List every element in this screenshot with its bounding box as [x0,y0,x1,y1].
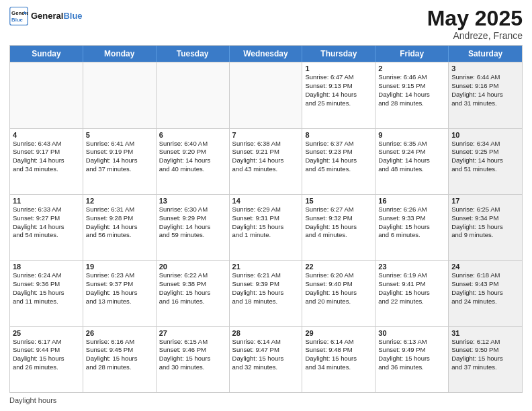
cell-line: Sunset: 9:25 PM [451,148,519,156]
cell-line: Daylight: 14 hours [13,156,80,165]
calendar-body: 1Sunrise: 6:47 AMSunset: 9:13 PMDaylight… [10,62,522,392]
cell-line: and 30 minutes. [159,363,226,372]
weekday-header-tuesday: Tuesday [157,46,230,62]
calendar-cell: 27Sunrise: 6:15 AMSunset: 9:46 PMDayligh… [157,327,230,392]
cell-line: Sunrise: 6:12 AM [451,338,519,347]
cell-line: Daylight: 15 hours [232,223,300,232]
cell-line: Daylight: 15 hours [305,223,372,232]
header: General Blue GeneralBlue May 2025 Andrez… [9,7,523,41]
calendar-cell: 18Sunrise: 6:24 AMSunset: 9:36 PMDayligh… [10,261,83,326]
calendar-cell [230,62,303,128]
cell-line: and 36 minutes. [378,363,445,372]
cell-line: Daylight: 15 hours [378,223,445,232]
day-number: 24 [451,263,519,271]
cell-line: Sunrise: 6:31 AM [86,205,153,214]
cell-line: and 34 minutes. [305,363,372,372]
cell-line: and 9 minutes. [451,231,519,240]
day-number: 4 [13,131,80,139]
day-number: 6 [159,131,226,139]
day-number: 7 [232,131,300,139]
cell-line: Sunset: 9:23 PM [305,148,372,156]
cell-line: and 16 minutes. [159,298,226,306]
cell-line: Sunset: 9:34 PM [451,214,519,223]
month-title: May 2025 [427,7,523,30]
cell-line: Sunrise: 6:19 AM [378,271,445,280]
calendar-cell: 17Sunrise: 6:25 AMSunset: 9:34 PMDayligh… [449,195,522,260]
calendar-cell: 2Sunrise: 6:46 AMSunset: 9:15 PMDaylight… [375,62,449,128]
cell-line: and 32 minutes. [232,363,300,372]
cell-line: and 18 minutes. [232,298,300,306]
cell-line: and 25 minutes. [305,99,372,108]
calendar-cell: 16Sunrise: 6:26 AMSunset: 9:33 PMDayligh… [375,195,449,260]
cell-line: Sunset: 9:32 PM [305,214,372,223]
cell-line: Sunrise: 6:22 AM [159,271,226,280]
cell-line: Daylight: 14 hours [451,156,519,165]
cell-line: Sunset: 9:47 PM [232,346,300,355]
calendar-cell: 10Sunrise: 6:34 AMSunset: 9:25 PMDayligh… [449,129,522,194]
calendar-cell [157,62,230,128]
cell-line: Sunrise: 6:47 AM [305,73,372,82]
day-number: 13 [159,197,226,205]
day-number: 23 [378,263,445,271]
svg-text:Blue: Blue [11,17,24,23]
calendar-cell: 19Sunrise: 6:23 AMSunset: 9:37 PMDayligh… [83,261,157,326]
cell-line: Sunrise: 6:38 AM [232,140,300,148]
cell-line: and 24 minutes. [451,298,519,306]
cell-line: and 11 minutes. [13,298,80,306]
cell-line: Daylight: 15 hours [232,355,300,363]
day-number: 30 [378,329,445,337]
day-number: 15 [305,197,372,205]
calendar-cell: 14Sunrise: 6:29 AMSunset: 9:31 PMDayligh… [230,195,303,260]
cell-line: and 37 minutes. [451,363,519,372]
calendar-cell: 9Sunrise: 6:35 AMSunset: 9:24 PMDaylight… [375,129,449,194]
calendar-week-5: 25Sunrise: 6:17 AMSunset: 9:44 PMDayligh… [10,326,522,392]
calendar-cell: 26Sunrise: 6:16 AMSunset: 9:45 PMDayligh… [83,327,157,392]
calendar-header: SundayMondayTuesdayWednesdayThursdayFrid… [10,46,522,62]
cell-line: and 26 minutes. [13,363,80,372]
cell-line: Sunset: 9:15 PM [378,82,445,91]
cell-line: Daylight: 14 hours [305,156,372,165]
cell-line: and 51 minutes. [451,165,519,174]
calendar-cell [83,62,157,128]
cell-line: Sunset: 9:46 PM [159,346,226,355]
calendar-cell: 30Sunrise: 6:13 AMSunset: 9:49 PMDayligh… [375,327,449,392]
cell-line: Sunset: 9:40 PM [305,280,372,289]
day-number: 14 [232,197,300,205]
cell-line: Daylight: 15 hours [451,223,519,232]
calendar-week-4: 18Sunrise: 6:24 AMSunset: 9:36 PMDayligh… [10,260,522,326]
cell-line: Sunrise: 6:15 AM [159,338,226,347]
calendar-cell: 5Sunrise: 6:41 AMSunset: 9:19 PMDaylight… [83,129,157,194]
cell-line: Daylight: 15 hours [451,289,519,298]
cell-line: and 6 minutes. [378,231,445,240]
cell-line: Sunset: 9:17 PM [13,148,80,156]
cell-line: Daylight: 14 hours [451,91,519,99]
cell-line: Sunrise: 6:20 AM [305,271,372,280]
cell-line: Daylight: 14 hours [305,91,372,99]
cell-line: Sunrise: 6:33 AM [13,205,80,214]
cell-line: Sunset: 9:44 PM [13,346,80,355]
cell-line: Sunrise: 6:16 AM [86,338,153,347]
calendar-week-1: 1Sunrise: 6:47 AMSunset: 9:13 PMDaylight… [10,62,522,128]
cell-line: Daylight: 15 hours [305,289,372,298]
cell-line: and 45 minutes. [305,165,372,174]
calendar-cell: 25Sunrise: 6:17 AMSunset: 9:44 PMDayligh… [10,327,83,392]
calendar-cell: 31Sunrise: 6:12 AMSunset: 9:50 PMDayligh… [449,327,522,392]
cell-line: and 13 minutes. [86,298,153,306]
calendar-cell: 1Sunrise: 6:47 AMSunset: 9:13 PMDaylight… [302,62,375,128]
cell-line: Sunrise: 6:27 AM [305,205,372,214]
cell-line: Sunrise: 6:17 AM [13,338,80,347]
cell-line: and 40 minutes. [159,165,226,174]
cell-line: Sunset: 9:13 PM [305,82,372,91]
cell-line: Sunrise: 6:40 AM [159,140,226,148]
cell-line: Sunset: 9:37 PM [86,280,153,289]
cell-line: Sunrise: 6:23 AM [86,271,153,280]
cell-line: Sunrise: 6:35 AM [378,140,445,148]
day-number: 22 [305,263,372,271]
day-number: 21 [232,263,300,271]
day-number: 3 [451,64,519,73]
day-number: 2 [378,64,445,73]
calendar: SundayMondayTuesdayWednesdayThursdayFrid… [9,45,523,393]
cell-line: Daylight: 14 hours [159,156,226,165]
calendar-cell: 11Sunrise: 6:33 AMSunset: 9:27 PMDayligh… [10,195,83,260]
day-number: 26 [86,329,153,337]
